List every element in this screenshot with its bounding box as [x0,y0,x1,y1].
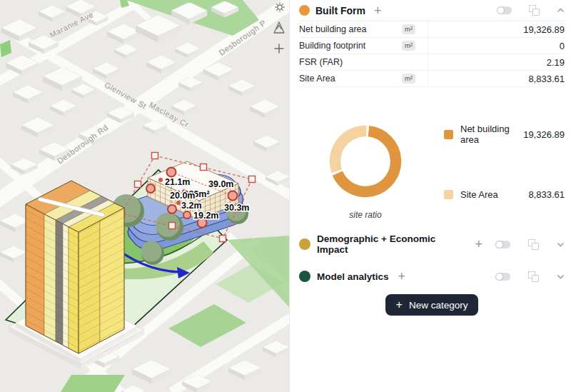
legend-item: Site Area 8,833.61 [444,189,565,200]
table-row[interactable]: FSR (FAR) 2.19 [299,54,565,71]
add-metric-button[interactable]: + [475,238,482,251]
plus-icon: + [396,299,403,311]
add-metric-button[interactable]: + [374,4,382,17]
legend-label: Net building area [460,124,523,145]
category-title: Demographic + Economic Impact [317,233,465,255]
legend-label: Site Area [460,189,498,200]
stat-value: 2.19 [428,57,565,68]
chart-legend: Net building area 19,326.89 Site Area 8,… [413,120,565,220]
measurement-label: 20.0m [170,191,195,201]
stat-label: Building footprint [299,41,402,51]
built-form-stats: Net building area m² 19,326.89 Building … [299,21,565,87]
category-color-dot [299,5,310,16]
measurement-label: 21.1m [165,177,190,187]
visibility-toggle[interactable] [495,241,510,248]
table-row[interactable]: Building footprint m² 0 [299,38,565,54]
donut-chart: site ratio [318,120,413,220]
chevron-down-icon[interactable] [557,242,565,247]
table-row[interactable]: Site Area m² 8,833.61 [299,71,565,87]
duplicate-icon[interactable] [529,5,540,16]
legend-swatch [444,190,453,199]
unit-badge: m² [402,41,415,50]
category-color-dot [299,238,310,250]
stat-label: FSR (FAR) [299,57,402,67]
add-metric-button[interactable]: + [398,270,406,283]
stat-label: Site Area [299,74,402,84]
new-category-label: New category [409,300,468,311]
chevron-up-icon[interactable] [557,8,565,13]
stat-value: 19,326.89 [428,24,565,35]
map-3d-scene[interactable]: Maranie Ave Desborough P Glenview St Mac… [0,0,289,392]
section-title: Built Form [315,5,365,16]
built-form-header: Built Form + [299,0,565,21]
category-row-model-analytics[interactable]: Model analytics + [299,266,565,287]
stat-value: 8,833.61 [428,74,565,84]
duplicate-icon[interactable] [528,271,539,282]
measurement-label: 39.0m [208,179,233,189]
yellow-tower-building[interactable] [26,181,124,353]
visibility-toggle[interactable] [497,6,512,14]
table-row[interactable]: Net building area m² 19,326.89 [299,21,565,38]
measurement-label: 19.2m [193,211,218,221]
legend-swatch [444,130,453,139]
site-ratio-chart-section: site ratio Net building area 19,326.89 S… [299,120,565,220]
unit-badge: m² [402,74,415,83]
map-canvas[interactable]: Maranie Ave Desborough P Glenview St Mac… [0,0,289,392]
stat-value: 0 [428,41,565,51]
donut-rings [324,120,407,203]
measurement-label: 3.2m [181,201,202,211]
chart-caption: site ratio [318,210,413,220]
visibility-toggle[interactable] [495,273,510,281]
category-title: Model analytics [317,271,389,282]
duplicate-icon[interactable] [528,239,539,250]
legend-item: Net building area 19,326.89 [444,124,565,145]
legend-value: 8,833.61 [498,189,565,200]
measurement-label: 30.3m [224,203,249,213]
category-color-dot [299,271,310,282]
stat-label: Net building area [299,24,402,34]
chevron-down-icon[interactable] [557,274,565,279]
new-category-button[interactable]: + New category [385,294,479,316]
legend-value: 19,326.89 [523,129,565,140]
category-row-demographic[interactable]: Demographic + Economic Impact + [299,233,565,255]
unit-badge: m² [402,24,415,34]
right-panel: Built Form + Net building area m² 19,326… [289,0,571,392]
